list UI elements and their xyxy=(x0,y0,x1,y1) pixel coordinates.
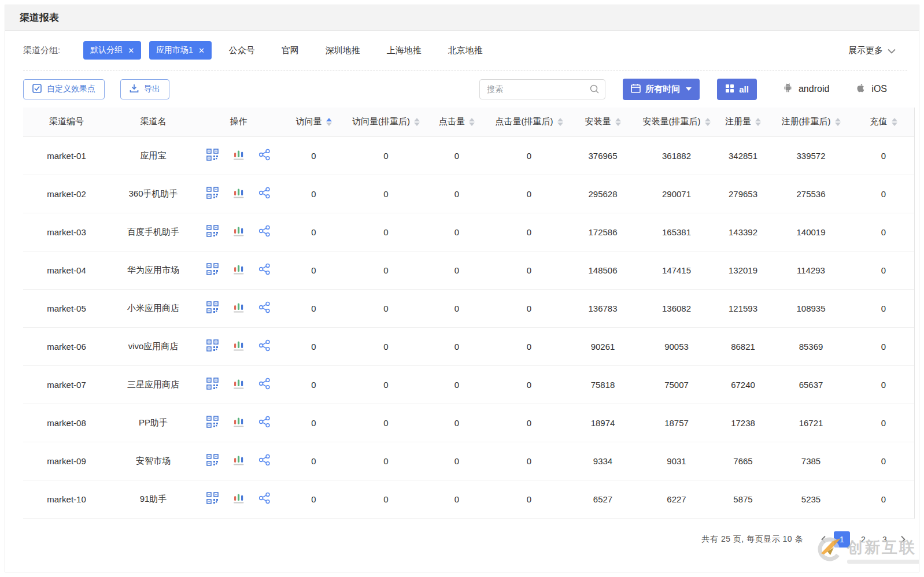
show-more-button[interactable]: 展示更多 xyxy=(848,45,896,56)
column-header-9[interactable]: 安装量(排重后) xyxy=(636,108,717,136)
actions-cell xyxy=(197,365,280,404)
chart-icon[interactable] xyxy=(232,149,245,161)
share-icon[interactable] xyxy=(258,454,271,466)
sort-up-icon xyxy=(469,118,475,121)
selected-tag[interactable]: 默认分组✕ xyxy=(83,41,141,60)
remove-tag-icon[interactable]: ✕ xyxy=(128,47,134,54)
metric-cell: 0 xyxy=(280,289,347,327)
column-header-5[interactable]: 访问量(排重后) xyxy=(347,108,425,136)
apple-icon xyxy=(856,82,866,96)
table-row: market-07三星应用商店0000758187500767240656370 xyxy=(23,365,914,404)
share-icon[interactable] xyxy=(258,339,271,352)
chart-icon[interactable] xyxy=(232,416,245,428)
custom-effect-label: 自定义效果点 xyxy=(47,84,95,94)
qrcode-icon[interactable] xyxy=(206,492,219,504)
qrcode-icon[interactable] xyxy=(206,187,219,199)
chart-icon[interactable] xyxy=(232,339,245,352)
android-filter[interactable]: android xyxy=(782,83,829,96)
table-row: market-08PP助手0000189741875717238167210 xyxy=(23,404,914,442)
qrcode-icon[interactable] xyxy=(206,339,219,352)
chart-icon[interactable] xyxy=(232,301,245,313)
qrcode-icon[interactable] xyxy=(206,149,219,161)
share-icon[interactable] xyxy=(258,263,271,275)
metric-cell: 0 xyxy=(489,136,570,175)
sort-carets-icon[interactable] xyxy=(326,118,332,126)
sort-carets-icon[interactable] xyxy=(557,118,563,126)
sort-carets-icon[interactable] xyxy=(615,118,621,126)
sort-carets-icon[interactable] xyxy=(892,118,897,126)
remove-tag-icon[interactable]: ✕ xyxy=(198,47,205,54)
sort-carets-icon[interactable] xyxy=(469,118,475,126)
chart-icon[interactable] xyxy=(232,263,245,275)
channel-name-cell: 应用宝 xyxy=(110,136,197,175)
next-page-icon[interactable] xyxy=(898,535,908,543)
actions-cell xyxy=(197,480,280,518)
column-header-6[interactable]: 点击量 xyxy=(425,108,489,136)
metric-cell: 0 xyxy=(425,480,489,518)
chart-icon[interactable] xyxy=(232,454,245,466)
page-number-1[interactable]: 1 xyxy=(834,531,850,548)
all-apps-button[interactable]: all xyxy=(717,79,757,100)
metric-cell: 0 xyxy=(280,404,347,442)
share-icon[interactable] xyxy=(258,492,271,504)
sort-carets-icon[interactable] xyxy=(414,118,420,126)
column-header-11[interactable]: 注册(排重后) xyxy=(769,108,853,136)
sort-carets-icon[interactable] xyxy=(705,118,711,126)
export-button[interactable]: 导出 xyxy=(120,79,169,99)
sort-carets-icon[interactable] xyxy=(835,118,841,126)
metric-cell: 85369 xyxy=(769,327,853,365)
filter-option[interactable]: 公众号 xyxy=(229,45,255,56)
chart-icon[interactable] xyxy=(232,492,245,504)
share-icon[interactable] xyxy=(258,301,271,313)
column-header-7[interactable]: 点击量(排重后) xyxy=(489,108,570,136)
filter-option[interactable]: 上海地推 xyxy=(387,45,422,56)
selected-tag[interactable]: 应用市场1✕ xyxy=(149,41,212,60)
metric-cell: 0 xyxy=(489,480,570,518)
column-header-10[interactable]: 注册量 xyxy=(717,108,769,136)
filter-option[interactable]: 官网 xyxy=(282,45,299,56)
metric-cell: 5875 xyxy=(717,480,769,518)
page-number-2[interactable]: 2 xyxy=(855,531,871,548)
channel-group-filter-row: 渠道分组: 默认分组✕应用市场1✕ 公众号官网深圳地推上海地推北京地推 展示更多 xyxy=(5,31,919,70)
metric-cell: 0 xyxy=(280,442,347,480)
qrcode-icon[interactable] xyxy=(206,263,219,275)
column-header-12[interactable]: 充值 xyxy=(853,108,914,136)
ios-filter[interactable]: iOS xyxy=(856,82,887,96)
metric-cell: 148506 xyxy=(570,251,636,289)
metric-cell: 172586 xyxy=(570,213,636,251)
column-label: 充值 xyxy=(870,116,888,126)
actions-cell xyxy=(197,442,280,480)
share-icon[interactable] xyxy=(258,225,271,237)
column-header-8[interactable]: 安装量 xyxy=(570,108,636,136)
qrcode-icon[interactable] xyxy=(206,378,219,390)
column-header-4[interactable]: 访问量 xyxy=(280,108,347,136)
chart-icon[interactable] xyxy=(232,225,245,237)
channel-name-cell: 百度手机助手 xyxy=(110,213,197,251)
share-icon[interactable] xyxy=(258,187,271,199)
custom-effect-button[interactable]: 自定义效果点 xyxy=(23,79,105,99)
qrcode-icon[interactable] xyxy=(206,301,219,313)
qrcode-icon[interactable] xyxy=(206,416,219,428)
all-apps-label: all xyxy=(739,84,749,94)
prev-page-icon[interactable] xyxy=(818,535,829,543)
share-icon[interactable] xyxy=(258,416,271,428)
sort-carets-icon[interactable] xyxy=(755,118,761,126)
metric-cell: 5235 xyxy=(769,480,853,518)
filter-option[interactable]: 北京地推 xyxy=(448,45,483,56)
filter-option[interactable]: 深圳地推 xyxy=(326,45,360,56)
chart-icon[interactable] xyxy=(232,187,245,199)
share-icon[interactable] xyxy=(258,378,271,390)
channel-report-page: 渠道报表 渠道分组: 默认分组✕应用市场1✕ 公众号官网深圳地推上海地推北京地推… xyxy=(5,5,919,572)
chart-icon[interactable] xyxy=(232,378,245,390)
metric-cell: 0 xyxy=(853,365,914,404)
table-row: market-09安智市场000093349031766573850 xyxy=(23,442,914,480)
share-icon[interactable] xyxy=(258,149,271,161)
qrcode-icon[interactable] xyxy=(206,454,219,466)
search-input[interactable] xyxy=(479,79,605,99)
metric-cell: 0 xyxy=(347,251,425,289)
time-filter-button[interactable]: 所有时间 xyxy=(623,79,700,100)
metric-cell: 0 xyxy=(489,213,570,251)
sort-down-icon xyxy=(469,123,475,126)
page-number-3[interactable]: 3 xyxy=(877,531,893,548)
qrcode-icon[interactable] xyxy=(206,225,219,237)
